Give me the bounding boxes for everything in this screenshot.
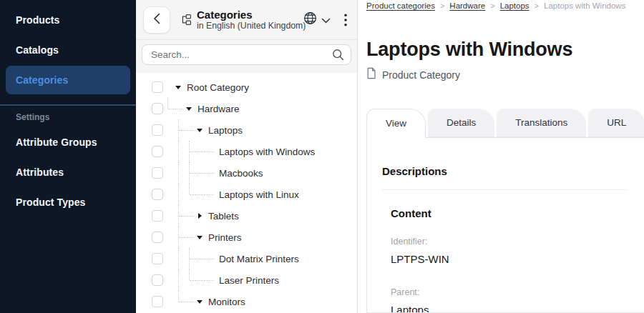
language-selector[interactable] xyxy=(303,11,331,29)
tree-row-printers[interactable]: Printers xyxy=(136,227,357,248)
breadcrumb-separator: > xyxy=(440,1,444,10)
row-checkbox[interactable] xyxy=(152,124,163,136)
tree-guide-lines xyxy=(163,119,185,141)
row-checkbox[interactable] xyxy=(152,189,163,200)
chevron-left-icon xyxy=(153,13,160,27)
breadcrumb-item-hardware[interactable]: Hardware xyxy=(449,1,485,10)
tree-row-dot-matrix-printers[interactable]: Dot Matrix Printers xyxy=(136,248,357,269)
sidebar-item-attribute-groups[interactable]: Attribute Groups xyxy=(0,127,136,157)
sidebar-divider xyxy=(0,104,136,106)
document-icon xyxy=(366,67,376,82)
row-checkbox[interactable] xyxy=(152,296,163,307)
search-wrap xyxy=(142,44,351,65)
row-checkbox[interactable] xyxy=(152,167,163,179)
sidebar-item-catalogs[interactable]: Catalogs xyxy=(0,35,136,65)
tree-toggle-icon[interactable] xyxy=(183,98,195,119)
tab-translations[interactable]: Translations xyxy=(497,109,586,137)
entity-type-row: Product Category xyxy=(366,67,644,82)
sitemap-icon xyxy=(180,14,192,26)
tree-row-label: Dot Matrix Printers xyxy=(219,254,299,264)
tree-panel-title-block: Categories in English (United Kingdom) xyxy=(197,9,303,31)
breadcrumb-item-laptops[interactable]: Laptops xyxy=(500,1,530,10)
tree-row-label: Hardware xyxy=(197,104,240,114)
tree-row-laser-printers[interactable]: Laser Printers xyxy=(136,269,357,291)
tab-view[interactable]: View xyxy=(366,109,426,138)
tree-guide-lines xyxy=(163,227,185,248)
tree-connector-line xyxy=(185,227,194,248)
tree-guide-lines xyxy=(163,141,195,162)
tree-row-macbooks[interactable]: Macbooks xyxy=(136,162,357,184)
row-checkbox[interactable] xyxy=(152,232,163,243)
sidebar-item-products[interactable]: Products xyxy=(0,5,136,35)
tree-row-label: Root Category xyxy=(187,82,249,93)
tree-connector-line xyxy=(163,76,172,98)
category-tree: Root Category Hardware Laptops Laptops w… xyxy=(136,73,357,313)
tab-row: ViewDetailsTranslationsURL xyxy=(366,109,644,138)
tree-row-laptops-with-windows[interactable]: Laptops with Windows xyxy=(136,141,357,162)
breadcrumb-separator: > xyxy=(535,1,539,10)
page-title: Laptops with Windows xyxy=(366,39,644,61)
kebab-menu-icon[interactable] xyxy=(341,12,350,28)
row-checkbox[interactable] xyxy=(152,210,163,222)
row-checkbox[interactable] xyxy=(152,146,163,157)
tree-guide-lines xyxy=(163,291,185,312)
tree-guide-lines xyxy=(163,162,195,184)
tree-toggle-icon[interactable] xyxy=(172,76,184,98)
section-divider xyxy=(382,189,628,190)
back-button[interactable] xyxy=(143,6,170,34)
sidebar-item-categories[interactable]: Categories xyxy=(6,66,130,94)
field-identifier-: Identifier: LPTPS-WIN xyxy=(391,237,628,265)
tree-toggle-icon[interactable] xyxy=(194,227,205,248)
row-checkbox[interactable] xyxy=(152,81,163,93)
tab-details[interactable]: Details xyxy=(428,109,494,137)
tree-connector-line xyxy=(195,269,205,291)
sidebar-item-label: Product Types xyxy=(16,197,86,208)
breadcrumb: Product categories>Hardware>Laptops>Lapt… xyxy=(366,1,644,11)
view-tab-content: Descriptions Content Identifier: LPTPS-W… xyxy=(366,137,644,313)
tree-toggle-icon[interactable] xyxy=(194,291,205,312)
sidebar-item-label: Categories xyxy=(16,74,68,86)
sidebar-item-attributes[interactable]: Attributes xyxy=(0,157,136,187)
field-value: LPTPS-WIN xyxy=(391,253,628,265)
tree-guide-lines xyxy=(163,269,195,291)
tree-connector-line xyxy=(185,205,194,227)
row-checkbox[interactable] xyxy=(152,103,163,114)
breadcrumb-item-laptops-with-windows: Laptops with Windows xyxy=(544,1,625,10)
breadcrumb-item-product-categories[interactable]: Product categories xyxy=(366,1,435,10)
sidebar-item-product-types[interactable]: Product Types xyxy=(0,187,136,217)
search-input[interactable] xyxy=(142,44,351,65)
tab-url[interactable]: URL xyxy=(588,109,644,137)
tree-connector xyxy=(205,184,216,205)
tree-row-tablets[interactable]: Tablets xyxy=(136,205,357,227)
row-checkbox[interactable] xyxy=(152,274,163,286)
tree-row-root-category[interactable]: Root Category xyxy=(136,76,357,98)
tree-panel-title: Categories xyxy=(197,9,303,21)
tree-toggle-icon[interactable] xyxy=(194,205,205,227)
subsection-title: Content xyxy=(391,207,628,219)
globe-icon xyxy=(303,11,318,29)
tree-row-laptops-with-linux[interactable]: Laptops with Linux xyxy=(136,184,357,205)
tree-panel-header: Categories in English (United Kingdom) xyxy=(136,0,357,40)
tree-connector-line xyxy=(174,98,183,119)
tree-row-label: Laser Printers xyxy=(219,275,279,286)
tree-row-hardware[interactable]: Hardware xyxy=(136,98,357,119)
row-checkbox[interactable] xyxy=(152,253,163,264)
tree-row-laptops[interactable]: Laptops xyxy=(136,119,357,141)
tree-row-label: Tablets xyxy=(208,211,239,222)
tree-toggle-icon[interactable] xyxy=(194,119,205,141)
tree-row-label: Macbooks xyxy=(219,168,263,179)
field-parent-: Parent: Laptops xyxy=(391,287,628,313)
tree-guide-lines xyxy=(163,248,195,269)
tree-panel-locale: in English (United Kingdom) xyxy=(197,21,303,31)
main-sidebar: Products Catalogs Categories Settings At… xyxy=(0,0,136,313)
tree-connector xyxy=(205,141,216,162)
tree-guide-lines xyxy=(163,184,195,205)
field-value: Laptops xyxy=(391,304,628,313)
field-list: Identifier: LPTPS-WIN Parent: Laptops xyxy=(391,237,628,313)
tree-connector-line xyxy=(185,119,194,141)
tree-row-label: Laptops with Linux xyxy=(219,189,299,200)
tree-row-monitors[interactable]: Monitors xyxy=(136,291,357,312)
tree-panel-top: Categories in English (United Kingdom) xyxy=(136,0,357,73)
tree-connector-line xyxy=(195,162,205,184)
sidebar-item-label: Products xyxy=(16,14,59,26)
